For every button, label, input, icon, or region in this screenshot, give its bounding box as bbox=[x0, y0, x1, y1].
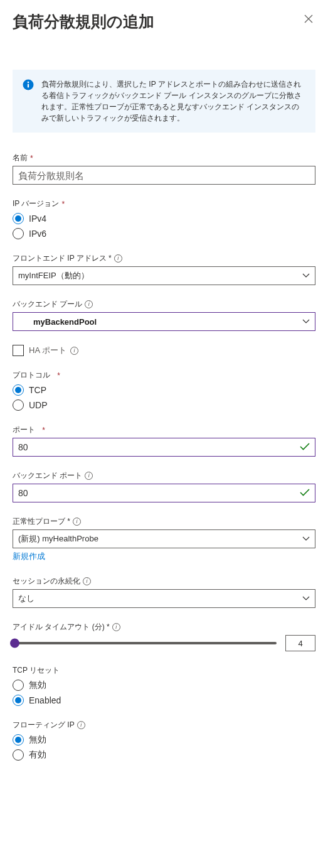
radio-label-floating-ip-enabled: 有効 bbox=[29, 749, 46, 761]
field-port: ポート * 80 bbox=[13, 425, 315, 457]
label-port: ポート * bbox=[13, 425, 315, 435]
idle-timeout-slider[interactable] bbox=[13, 642, 277, 644]
close-icon bbox=[304, 13, 313, 26]
radio-ipv6[interactable]: IPv6 bbox=[13, 228, 315, 239]
label-ip-version: IP バージョン* bbox=[13, 198, 315, 209]
field-backend-port: バックエンド ポート 80 bbox=[13, 470, 315, 502]
create-new-probe-link[interactable]: 新規作成 bbox=[13, 551, 45, 562]
ha-port-checkbox[interactable]: HA ポート bbox=[13, 345, 315, 356]
field-frontend-ip: フロントエンド IP アドレス * myIntFEIP（動的） bbox=[13, 253, 315, 285]
port-value: 80 bbox=[18, 442, 28, 452]
radio-udp[interactable]: UDP bbox=[13, 399, 315, 411]
idle-timeout-value-box[interactable]: 4 bbox=[285, 635, 315, 651]
info-icon[interactable] bbox=[83, 577, 91, 585]
field-name: 名前* bbox=[13, 153, 315, 185]
label-tcp-reset: TCP リセット bbox=[13, 665, 315, 676]
info-icon[interactable] bbox=[114, 254, 122, 263]
check-icon bbox=[300, 488, 310, 498]
label-health-probe: 正常性プローブ * bbox=[13, 516, 315, 527]
field-tcp-reset: TCP リセット 無効 Enabled bbox=[13, 665, 315, 706]
radio-tcp-reset-enabled[interactable]: Enabled bbox=[13, 695, 315, 706]
session-persistence-select[interactable]: なし bbox=[13, 589, 315, 608]
svg-rect-2 bbox=[28, 84, 29, 87]
backend-port-input[interactable]: 80 bbox=[13, 484, 315, 502]
field-protocol: プロトコル * TCP UDP bbox=[13, 370, 315, 411]
frontend-ip-select[interactable]: myIntFEIP（動的） bbox=[13, 266, 315, 285]
radio-floating-ip-enabled[interactable]: 有効 bbox=[13, 749, 315, 761]
info-icon bbox=[23, 79, 34, 90]
field-idle-timeout: アイドル タイムアウト (分) * 4 bbox=[13, 622, 315, 651]
label-protocol: プロトコル * bbox=[13, 370, 315, 381]
info-icon[interactable] bbox=[85, 472, 93, 480]
radio-label-tcp-reset-enabled: Enabled bbox=[29, 695, 61, 705]
radio-label-floating-ip-disabled: 無効 bbox=[29, 734, 46, 746]
radio-label-ipv4: IPv4 bbox=[29, 214, 46, 224]
info-icon[interactable] bbox=[70, 347, 78, 355]
radio-tcp-reset-disabled[interactable]: 無効 bbox=[13, 680, 315, 691]
backend-pool-value: myBackendPool bbox=[18, 317, 97, 327]
field-session-persistence: セッションの永続化 なし bbox=[13, 576, 315, 608]
info-callout: 負荷分散規則により、選択した IP アドレスとポートの組み合わせに送信される着信… bbox=[13, 70, 315, 133]
check-icon bbox=[300, 442, 310, 452]
field-floating-ip: フローティング IP 無効 有効 bbox=[13, 720, 315, 761]
radio-icon bbox=[13, 228, 24, 239]
info-icon[interactable] bbox=[77, 721, 85, 729]
add-lb-rule-panel: 負荷分散規則の追加 負荷分散規則により、選択した IP アドレスとポートの組み合… bbox=[0, 0, 328, 781]
idle-timeout-value: 4 bbox=[298, 639, 302, 648]
field-ha-port: HA ポート bbox=[13, 345, 315, 356]
label-frontend-ip: フロントエンド IP アドレス * bbox=[13, 253, 315, 264]
close-button[interactable] bbox=[302, 11, 315, 28]
info-message: 負荷分散規則により、選択した IP アドレスとポートの組み合わせに送信される着信… bbox=[41, 79, 305, 124]
radio-icon bbox=[13, 213, 24, 224]
field-health-probe: 正常性プローブ * (新規) myHealthProbe 新規作成 bbox=[13, 516, 315, 562]
slider-thumb[interactable] bbox=[10, 639, 19, 648]
label-backend-pool: バックエンド プール bbox=[13, 299, 315, 310]
panel-header: 負荷分散規則の追加 bbox=[13, 11, 315, 32]
info-icon[interactable] bbox=[85, 300, 93, 308]
radio-tcp[interactable]: TCP bbox=[13, 384, 315, 396]
ha-port-label: HA ポート bbox=[29, 345, 78, 356]
radio-label-tcp-reset-disabled: 無効 bbox=[29, 680, 46, 691]
field-backend-pool: バックエンド プール myBackendPool bbox=[13, 299, 315, 331]
radio-floating-ip-disabled[interactable]: 無効 bbox=[13, 734, 315, 746]
radio-label-tcp: TCP bbox=[29, 385, 46, 395]
label-floating-ip: フローティング IP bbox=[13, 720, 315, 730]
radio-icon bbox=[13, 749, 24, 761]
svg-point-1 bbox=[28, 82, 29, 84]
chevron-down-icon bbox=[302, 536, 310, 541]
label-backend-port: バックエンド ポート bbox=[13, 470, 315, 481]
radio-icon bbox=[13, 399, 24, 411]
backend-pool-select[interactable]: myBackendPool bbox=[13, 312, 315, 331]
page-title: 負荷分散規則の追加 bbox=[13, 11, 154, 32]
chevron-down-icon bbox=[302, 596, 310, 601]
radio-label-ipv6: IPv6 bbox=[29, 229, 46, 239]
radio-icon bbox=[13, 734, 24, 746]
label-session-persistence: セッションの永続化 bbox=[13, 576, 315, 587]
radio-icon bbox=[13, 384, 24, 396]
chevron-down-icon bbox=[302, 273, 310, 278]
frontend-ip-value: myIntFEIP（動的） bbox=[18, 270, 89, 281]
label-name: 名前* bbox=[13, 153, 315, 163]
radio-ipv4[interactable]: IPv4 bbox=[13, 213, 315, 224]
radio-icon bbox=[13, 680, 24, 691]
chevron-down-icon bbox=[302, 319, 310, 324]
field-ip-version: IP バージョン* IPv4 IPv6 bbox=[13, 198, 315, 239]
health-probe-value: (新規) myHealthProbe bbox=[18, 533, 98, 545]
name-input[interactable] bbox=[13, 166, 315, 185]
info-icon[interactable] bbox=[73, 518, 81, 526]
backend-port-value: 80 bbox=[18, 488, 28, 498]
checkbox-icon bbox=[13, 345, 24, 356]
health-probe-select[interactable]: (新規) myHealthProbe bbox=[13, 529, 315, 548]
info-icon[interactable] bbox=[112, 623, 120, 631]
label-idle-timeout: アイドル タイムアウト (分) * bbox=[13, 622, 315, 632]
port-input[interactable]: 80 bbox=[13, 438, 315, 457]
radio-icon bbox=[13, 695, 24, 706]
session-persistence-value: なし bbox=[18, 593, 34, 604]
radio-label-udp: UDP bbox=[29, 400, 48, 410]
